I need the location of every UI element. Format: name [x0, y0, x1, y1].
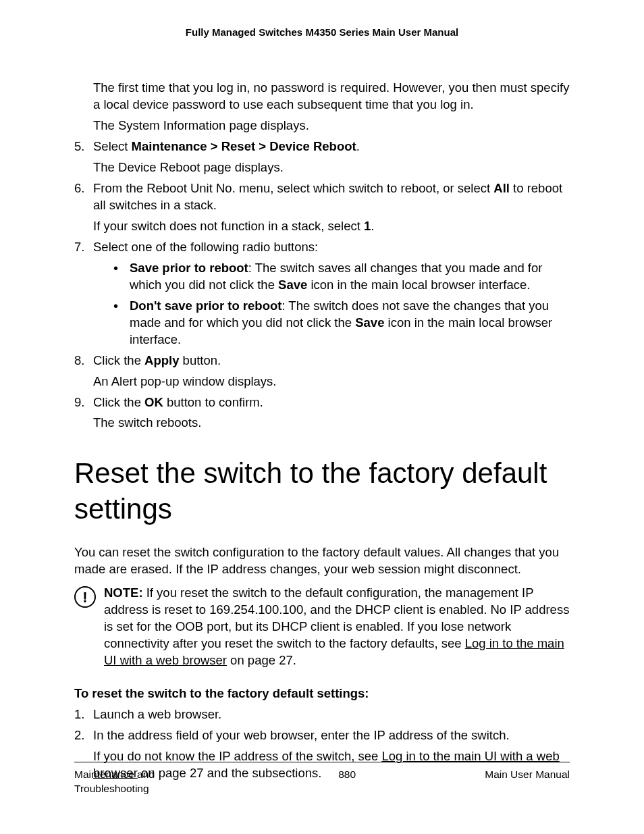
step-number: 8. — [74, 353, 93, 390]
step-5-sub: The Device Reboot page displays. — [93, 159, 570, 176]
step-6-sub: If your switch does not function in a st… — [93, 218, 570, 235]
bullet-icon: • — [113, 260, 130, 294]
step-6-text: From the Reboot Unit No. menu, select wh… — [93, 180, 570, 214]
reset-step-1-text: Launch a web browser. — [93, 706, 570, 723]
step-8: 8. Click the Apply button. An Alert pop-… — [74, 353, 570, 390]
bullet-body: Save prior to reboot: The switch saves a… — [130, 260, 570, 294]
alert-icon: ! — [74, 586, 96, 608]
page-header: Fully Managed Switches M4350 Series Main… — [0, 0, 644, 39]
step-6: 6. From the Reboot Unit No. menu, select… — [74, 180, 570, 235]
footer-right: Main User Manual — [485, 768, 570, 796]
bullet-icon: • — [113, 298, 130, 348]
bullet-body: Don't save prior to reboot: The switch d… — [130, 298, 570, 348]
section-intro: You can reset the switch configuration t… — [74, 544, 570, 578]
step-7: 7. Select one of the following radio but… — [74, 239, 570, 348]
bullet-dont-save-prior: • Don't save prior to reboot: The switch… — [113, 298, 570, 348]
step-8-text: Click the Apply button. — [93, 353, 570, 369]
procedure-heading: To reset the switch to the factory defau… — [74, 685, 570, 702]
page-footer: Maintenance and Troubleshooting 880 Main… — [74, 762, 570, 796]
note-block: ! NOTE: If you reset the switch to the d… — [74, 585, 570, 669]
step-number: 9. — [74, 394, 93, 432]
step-9: 9. Click the OK button to confirm. The s… — [74, 394, 570, 432]
step-number: 5. — [74, 138, 93, 176]
step-9-text: Click the OK button to confirm. — [93, 394, 570, 411]
page-content: The first time that you log in, no passw… — [74, 80, 570, 782]
reset-step-1: 1. Launch a web browser. — [74, 706, 570, 723]
intro-p1: The first time that you log in, no passw… — [93, 80, 570, 113]
step-number: 1. — [74, 706, 93, 723]
bullet-save-prior: • Save prior to reboot: The switch saves… — [113, 260, 570, 294]
step-5: 5. Select Maintenance > Reset > Device R… — [74, 138, 570, 176]
step-number: 7. — [74, 239, 93, 348]
step-9-sub: The switch reboots. — [93, 415, 570, 432]
intro-p2: The System Information page displays. — [93, 118, 570, 134]
reset-step-2-text: In the address field of your web browser… — [93, 727, 570, 744]
footer-page-number: 880 — [209, 768, 485, 796]
note-body: NOTE: If you reset the switch to the def… — [104, 585, 570, 669]
step-number: 6. — [74, 180, 93, 235]
step-7-text: Select one of the following radio button… — [93, 239, 570, 256]
step-8-sub: An Alert pop-up window displays. — [93, 373, 570, 390]
footer-left: Maintenance and Troubleshooting — [74, 768, 209, 796]
step-5-text: Select Maintenance > Reset > Device Rebo… — [93, 138, 570, 155]
section-heading: Reset the switch to the factory default … — [74, 456, 570, 527]
